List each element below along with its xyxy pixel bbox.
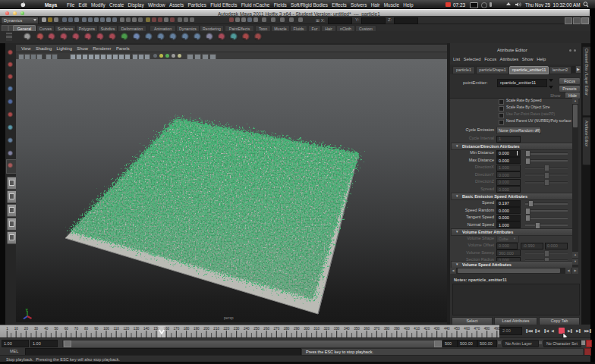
svg-text:130: 130 — [134, 327, 140, 331]
svg-text:210: 210 — [213, 327, 219, 331]
svg-text:390: 390 — [394, 327, 400, 331]
svg-text:350: 350 — [354, 327, 360, 331]
svg-text:380: 380 — [384, 327, 390, 331]
svg-text:480: 480 — [484, 327, 490, 331]
svg-text:270: 270 — [274, 327, 280, 331]
svg-text:20: 20 — [24, 327, 29, 331]
svg-text:190: 190 — [194, 327, 200, 331]
svg-text:400: 400 — [404, 327, 410, 331]
svg-text:450: 450 — [454, 327, 460, 331]
svg-text:250: 250 — [253, 327, 260, 331]
svg-text:220: 220 — [224, 327, 230, 331]
svg-text:370: 370 — [374, 327, 380, 331]
svg-text:460: 460 — [464, 327, 470, 331]
svg-text:120: 120 — [124, 327, 130, 331]
svg-text:360: 360 — [364, 327, 370, 331]
svg-text:280: 280 — [284, 327, 290, 331]
svg-text:430: 430 — [434, 327, 440, 331]
svg-text:30: 30 — [34, 327, 39, 331]
svg-text:50: 50 — [54, 327, 58, 331]
svg-text:70: 70 — [74, 327, 79, 331]
svg-text:300: 300 — [304, 327, 310, 331]
svg-text:330: 330 — [334, 327, 340, 331]
svg-text:110: 110 — [114, 327, 120, 331]
svg-text:1: 1 — [6, 327, 8, 331]
svg-text:persp: persp — [224, 315, 234, 320]
svg-text:260: 260 — [263, 327, 269, 331]
svg-text:Y: Y — [26, 308, 29, 312]
svg-text:100: 100 — [103, 327, 109, 331]
svg-text:170: 170 — [174, 327, 180, 331]
svg-text:90: 90 — [94, 327, 99, 331]
svg-text:40: 40 — [44, 327, 49, 331]
svg-text:440: 440 — [444, 327, 450, 331]
svg-text:80: 80 — [84, 327, 89, 331]
svg-text:180: 180 — [184, 327, 190, 331]
svg-text:410: 410 — [414, 327, 420, 331]
svg-text:60: 60 — [65, 327, 69, 331]
svg-text:200: 200 — [203, 327, 209, 331]
svg-text:310: 310 — [313, 327, 320, 331]
svg-text:470: 470 — [474, 327, 480, 331]
svg-text:240: 240 — [244, 327, 250, 331]
svg-text:490: 490 — [494, 327, 499, 331]
svg-text:320: 320 — [324, 327, 330, 331]
svg-text:230: 230 — [234, 327, 240, 331]
svg-text:340: 340 — [344, 327, 350, 331]
svg-text:290: 290 — [294, 327, 300, 331]
svg-text:10: 10 — [14, 327, 19, 331]
svg-text:420: 420 — [424, 327, 430, 331]
svg-text:140: 140 — [143, 327, 150, 331]
